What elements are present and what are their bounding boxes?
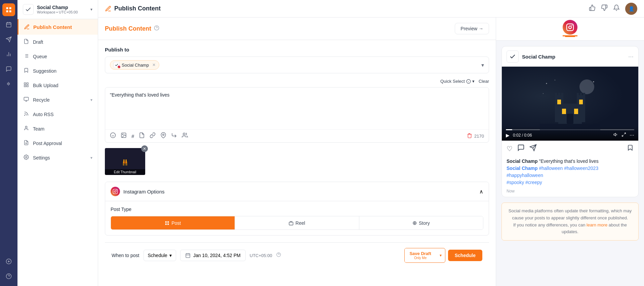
nav-item-queue[interactable]: Queue: [17, 49, 98, 64]
svg-rect-91: [557, 100, 561, 104]
clear-button[interactable]: Clear: [479, 79, 489, 84]
thumbnail-close-button[interactable]: ✕: [141, 145, 148, 152]
svg-point-80: [593, 81, 594, 82]
link-toolbar-icon[interactable]: [150, 132, 156, 140]
workspace-header[interactable]: Social Champ Workspace • UTC+05:00 ▾: [17, 0, 98, 19]
home-icon[interactable]: [2, 3, 15, 16]
account-chip-name: Social Champ: [122, 63, 149, 68]
nav-item-post-approval[interactable]: Post Approval: [17, 136, 98, 150]
publish-help-icon[interactable]: [154, 25, 159, 32]
schedule-dropdown[interactable]: Schedule ▾: [144, 250, 176, 261]
nav-item-draft[interactable]: Draft: [17, 35, 98, 49]
datetime-picker[interactable]: Jan 10, 2024, 4:52 PM: [180, 250, 246, 261]
chart-icon[interactable]: [2, 48, 15, 61]
arrow-toolbar-icon[interactable]: [171, 132, 177, 140]
nav-item-auto-rss[interactable]: Auto RSS: [17, 107, 98, 121]
thumbnail-wrapper: Edit Thumbnail ✕: [105, 148, 145, 175]
calendar-icon[interactable]: [2, 18, 15, 31]
hashtag-toolbar-icon[interactable]: #: [131, 133, 134, 139]
image-toolbar-icon[interactable]: [121, 132, 127, 140]
svg-rect-88: [577, 93, 579, 96]
preview-button[interactable]: Preview →: [455, 23, 489, 34]
trash-icon[interactable]: [467, 133, 472, 139]
preview-caption: Social Champ "Everything that's loved li…: [502, 156, 638, 189]
svg-rect-29: [24, 83, 26, 84]
publish-content-title: Publish Content: [105, 25, 151, 32]
caption-account-name: Social Champ: [507, 158, 538, 164]
post-type-reel-button[interactable]: Reel: [235, 216, 359, 229]
users-toolbar-icon[interactable]: [182, 132, 188, 140]
save-draft-button[interactable]: Save Draft Only Me: [405, 248, 436, 262]
account-selector[interactable]: Social Champ ✕ ▾: [105, 57, 489, 73]
nav-item-bulk-upload[interactable]: Bulk Upload: [17, 78, 98, 93]
recycle-icon: [23, 97, 30, 103]
post-type-story-button[interactable]: ⊕ Story: [359, 216, 483, 229]
fullscreen-button[interactable]: [621, 132, 626, 138]
quick-select-button[interactable]: Quick Select ▾: [440, 79, 475, 84]
account-chip-logo: [114, 62, 120, 68]
halloween-castle-illustration: [540, 77, 600, 131]
instagram-preview-tab[interactable]: [563, 22, 577, 36]
help-icon[interactable]: [2, 270, 15, 283]
location-toolbar-icon[interactable]: [160, 132, 166, 140]
add-icon[interactable]: [2, 255, 15, 268]
recycle-chevron-icon: ▾: [90, 98, 92, 102]
post-type-reel-icon: [289, 221, 293, 225]
comment-bubble-icon[interactable]: [517, 144, 525, 153]
svg-point-76: [571, 25, 572, 26]
volume-button[interactable]: [613, 132, 618, 138]
learn-more-link[interactable]: learn more: [587, 222, 607, 227]
thumbsdown-icon[interactable]: [601, 4, 608, 13]
bell-icon[interactable]: [613, 4, 620, 13]
thumbnail-image[interactable]: Edit Thumbnail: [105, 148, 145, 175]
send-icon[interactable]: [2, 33, 15, 46]
preview-tabs: [496, 17, 644, 41]
svg-rect-86: [558, 93, 560, 96]
svg-point-50: [122, 134, 123, 135]
waveform-icon[interactable]: [2, 77, 15, 90]
story-btn-label: Story: [419, 220, 430, 226]
nav-item-recycle[interactable]: Recycle ▾: [17, 93, 98, 107]
preview-card-header: Social Champ ⋯: [502, 46, 638, 67]
nav-item-suggestion[interactable]: Suggestion: [17, 64, 98, 78]
draft-label: Draft: [33, 39, 92, 45]
doc-toolbar-icon[interactable]: [139, 132, 145, 140]
video-more-icon[interactable]: ⋯: [630, 133, 634, 138]
nav-item-settings[interactable]: Settings ▾: [17, 150, 98, 165]
post-btn-label: Post: [171, 220, 181, 226]
bulk-upload-label: Bulk Upload: [33, 83, 92, 88]
play-button[interactable]: ▶: [506, 133, 510, 138]
instagram-options-header[interactable]: Instagram Options ∧: [105, 182, 489, 201]
thumbnail-overlay-label: Edit Thumbnail: [105, 169, 145, 175]
save-draft-arrow-button[interactable]: ▾: [436, 250, 445, 260]
comment-icon[interactable]: [2, 63, 15, 75]
preview-time: Now: [502, 189, 638, 197]
svg-rect-63: [165, 221, 167, 222]
nav-item-team[interactable]: Team: [17, 121, 98, 136]
user-avatar[interactable]: 👤: [625, 3, 637, 15]
settings-chevron-icon: ▾: [90, 155, 92, 160]
thumbsup-icon[interactable]: [589, 4, 596, 13]
instagram-options-section: Instagram Options ∧ Post Type Post: [105, 182, 489, 236]
bookmark-icon[interactable]: [627, 144, 634, 153]
emoji-toolbar-icon[interactable]: [110, 132, 116, 140]
account-chip-remove-icon[interactable]: ✕: [152, 63, 156, 67]
post-content-textarea[interactable]: "Everything that's loved lives: [105, 87, 489, 128]
svg-point-51: [163, 134, 164, 136]
workspace-chevron-icon[interactable]: ▾: [90, 7, 92, 12]
workspace-logo: [23, 4, 34, 15]
svg-rect-67: [289, 222, 293, 225]
schedule-button[interactable]: Schedule: [448, 250, 482, 261]
svg-point-81: [543, 93, 544, 94]
suggestion-label: Suggestion: [33, 68, 92, 74]
settings-icon: [23, 154, 30, 161]
post-type-label: Post Type: [111, 207, 483, 212]
heart-icon[interactable]: ♡: [507, 145, 513, 153]
preview-menu-icon[interactable]: ⋯: [628, 53, 634, 60]
nav-item-publish-content[interactable]: Publish Content: [17, 19, 98, 35]
timezone-help-icon[interactable]: [276, 252, 281, 258]
share-icon[interactable]: [529, 144, 537, 153]
rss-icon: [23, 111, 30, 117]
svg-rect-0: [6, 7, 8, 9]
post-type-post-button[interactable]: Post: [111, 216, 235, 229]
